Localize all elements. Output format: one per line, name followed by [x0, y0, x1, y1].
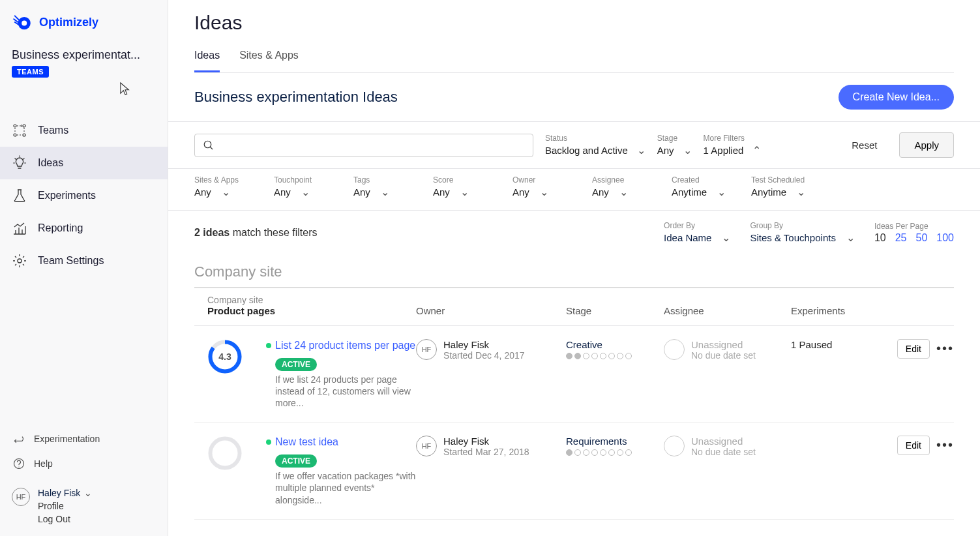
idea-title-link[interactable]: List 24 product items per page	[275, 339, 415, 353]
edit-button[interactable]: Edit	[897, 339, 930, 359]
optimizely-logo-icon	[12, 12, 33, 33]
filter-score[interactable]: ScoreAny⌄	[433, 175, 492, 198]
chevron-down-icon: ⌄	[301, 186, 310, 198]
filter-tags[interactable]: TagsAny⌄	[353, 175, 412, 198]
sidebar-item-settings[interactable]: Team Settings	[0, 245, 168, 277]
avatar-empty[interactable]	[664, 339, 685, 360]
avatar[interactable]: HF	[416, 436, 437, 456]
score-ring	[207, 436, 243, 471]
group-by-select[interactable]: Group By Sites & Touchpoints⌄	[750, 221, 854, 244]
filter-status[interactable]: Status Backlog and Active ⌄	[545, 134, 646, 156]
apply-button[interactable]: Apply	[899, 132, 954, 158]
user-menu[interactable]: Haley Fisk ⌄	[38, 488, 92, 498]
table-head: Company site Product pages Owner Stage A…	[194, 288, 954, 326]
sidebar: Optimizely Business experimentat... TEAM…	[0, 0, 168, 536]
logout-link[interactable]: Log Out	[38, 514, 92, 524]
experimentation-link[interactable]: Experimentation	[12, 426, 156, 451]
filter-created[interactable]: CreatedAnytime⌄	[672, 175, 730, 198]
page-title: Ideas	[194, 12, 954, 34]
filter-more[interactable]: More Filters 1 Applied ⌃	[704, 134, 762, 156]
filter-scheduled[interactable]: Test ScheduledAnytime⌄	[751, 175, 810, 198]
back-arrow-icon	[12, 432, 26, 446]
th-stage: Stage	[566, 295, 664, 316]
more-menu-icon[interactable]: •••	[936, 436, 954, 451]
idea-title-link[interactable]: New test idea	[275, 436, 338, 449]
search-icon	[203, 140, 215, 151]
cursor-icon	[119, 82, 131, 96]
teams-icon	[12, 123, 27, 138]
subheader-title: Business experimentation Ideas	[194, 89, 398, 106]
due-date: No due date set	[691, 447, 756, 457]
filters-bar: Status Backlog and Active ⌄ Stage Any ⌄ …	[168, 122, 980, 169]
sidebar-item-reporting[interactable]: Reporting	[0, 212, 168, 245]
gear-icon	[12, 253, 27, 269]
order-by-select[interactable]: Order By Idea Name⌄	[664, 221, 730, 244]
profile-link[interactable]: Profile	[38, 501, 92, 511]
results-bar: 2 ideas match these filters Order By Ide…	[168, 211, 980, 254]
footer-label: Experimentation	[34, 434, 100, 444]
filter-touchpoint[interactable]: TouchpointAny⌄	[274, 175, 333, 198]
owner-cell: HF Haley Fisk Started Dec 4, 2017	[416, 339, 566, 361]
assignee-cell: Unassigned No due date set	[664, 339, 791, 361]
flask-icon	[12, 188, 27, 203]
page-header: Ideas Ideas Sites & Apps	[168, 0, 980, 73]
owner-name: Haley Fisk	[443, 339, 525, 350]
project-info: Business experimentat... TEAMS	[0, 44, 168, 108]
avatar-empty[interactable]	[664, 436, 685, 456]
sidebar-item-label: Ideas	[38, 157, 63, 169]
tab-ideas[interactable]: Ideas	[194, 43, 220, 72]
filter-assignee[interactable]: AssigneeAny⌄	[592, 175, 651, 198]
subheader: Business experimentation Ideas Create Ne…	[168, 73, 980, 122]
edit-button[interactable]: Edit	[897, 436, 930, 455]
chevron-down-icon: ⌄	[381, 186, 389, 198]
user-name: Haley Fisk	[38, 488, 80, 498]
logo[interactable]: Optimizely	[0, 12, 168, 44]
svg-point-2	[14, 125, 16, 127]
group-heading: Company site	[194, 254, 954, 288]
stage-name: Requirements	[566, 436, 664, 447]
sidebar-item-teams[interactable]: Teams	[0, 114, 168, 147]
sidebar-item-label: Reporting	[38, 222, 83, 234]
svg-point-1	[22, 21, 27, 26]
sidebar-item-experiments[interactable]: Experiments	[0, 179, 168, 212]
per-page-10[interactable]: 10	[874, 232, 886, 244]
per-page-25[interactable]: 25	[895, 232, 907, 244]
tab-sites-apps[interactable]: Sites & Apps	[239, 43, 299, 72]
project-name: Business experimentat...	[12, 48, 156, 62]
chevron-up-icon: ⌃	[752, 144, 761, 156]
svg-point-6	[18, 259, 22, 263]
help-link[interactable]: Help	[12, 451, 156, 476]
status-dot-icon	[266, 439, 271, 445]
filter-sites-apps[interactable]: Sites & AppsAny⌄	[194, 175, 253, 198]
per-page-100[interactable]: 100	[936, 232, 954, 244]
filter-stage[interactable]: Stage Any ⌄	[657, 134, 692, 156]
chevron-down-icon: ⌄	[722, 231, 730, 244]
svg-point-3	[23, 125, 25, 127]
filter-owner[interactable]: OwnerAny⌄	[512, 175, 571, 198]
owner-cell: HF Haley Fisk Started Mar 27, 2018	[416, 436, 566, 457]
th-assignee: Assignee	[664, 295, 791, 316]
reset-button[interactable]: Reset	[841, 133, 887, 157]
sidebar-item-label: Teams	[38, 125, 68, 136]
chevron-down-icon: ⌄	[619, 186, 628, 198]
experiments-cell: 1 Paused	[791, 339, 889, 350]
more-menu-icon[interactable]: •••	[936, 339, 954, 355]
th-site: Company site	[207, 295, 416, 305]
search-input[interactable]	[194, 134, 533, 157]
due-date: No due date set	[691, 350, 756, 361]
idea-description: If we offer vacation packages *with mult…	[275, 470, 416, 506]
chevron-down-icon: ⌄	[460, 186, 469, 198]
score-value: 4.3	[218, 351, 231, 362]
per-page-50[interactable]: 50	[916, 232, 928, 244]
svg-point-4	[14, 134, 16, 136]
idea-row: New test idea ACTIVE If we offer vacatio…	[194, 423, 954, 519]
avatar[interactable]: HF	[416, 339, 437, 360]
results-count: 2 ideas match these filters	[194, 227, 318, 239]
assignee-name: Unassigned	[691, 436, 756, 447]
create-new-idea-button[interactable]: Create New Idea...	[839, 85, 954, 110]
sidebar-item-ideas[interactable]: Ideas	[0, 147, 168, 179]
filter-label: Status	[545, 134, 646, 143]
stage-progress	[566, 449, 664, 456]
avatar[interactable]: HF	[12, 488, 30, 506]
assignee-cell: Unassigned No due date set	[664, 436, 791, 457]
